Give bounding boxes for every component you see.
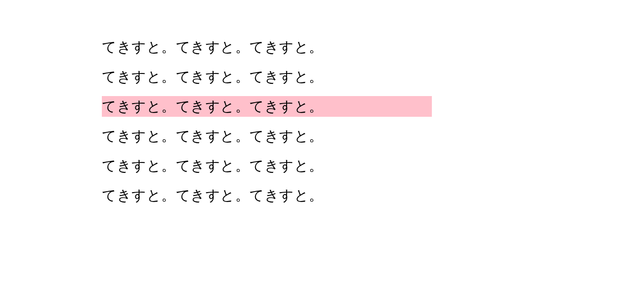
text-line-4: てきすと。てきすと。てきすと。 — [102, 129, 432, 143]
text-container: てきすと。てきすと。てきすと。 てきすと。てきすと。てきすと。 てきすと。てきす… — [102, 40, 432, 202]
text-line-5: てきすと。てきすと。てきすと。 — [102, 159, 432, 173]
text-line-3-highlighted: てきすと。てきすと。てきすと。 — [102, 96, 432, 117]
text-line-6: てきすと。てきすと。てきすと。 — [102, 188, 432, 202]
text-line-2: てきすと。てきすと。てきすと。 — [102, 70, 432, 84]
text-line-1: てきすと。てきすと。てきすと。 — [102, 40, 432, 54]
